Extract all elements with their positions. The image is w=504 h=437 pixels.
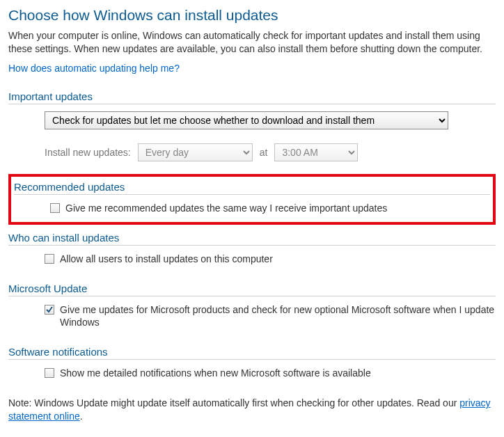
help-link[interactable]: How does automatic updating help me? [8, 63, 180, 74]
footnote-prefix: Note: Windows Update might update itself… [8, 397, 459, 408]
important-updates-select[interactable]: Check for updates but let me choose whet… [45, 111, 448, 129]
msupdate-checkbox[interactable] [45, 305, 54, 315]
allow-all-users-checkbox[interactable] [45, 254, 54, 264]
footnote-suffix: . [80, 411, 83, 422]
recommended-checkbox[interactable] [50, 203, 60, 213]
schedule-label: Install new updates: [45, 147, 131, 158]
footnote: Note: Windows Update might update itself… [8, 397, 496, 423]
schedule-day-select[interactable]: Every day [138, 143, 253, 161]
schedule-time-select[interactable]: 3:00 AM [274, 143, 358, 161]
section-header-who: Who can install updates [8, 232, 496, 246]
section-header-important: Important updates [8, 90, 496, 104]
section-software-notifications: Software notifications Show me detailed … [8, 346, 496, 380]
notifications-checkbox[interactable] [45, 368, 54, 378]
notifications-label: Show me detailed notifications when new … [60, 367, 371, 380]
section-important-updates: Important updates Check for updates but … [8, 90, 496, 161]
section-microsoft-update: Microsoft Update Give me updates for Mic… [8, 283, 496, 330]
recommended-checkbox-label: Give me recommended updates the same way… [65, 202, 387, 215]
section-who-can-install: Who can install updates Allow all users … [8, 232, 496, 266]
allow-all-users-label: Allow all users to install updates on th… [60, 253, 273, 266]
intro-text: When your computer is online, Windows ca… [8, 29, 496, 56]
schedule-at-label: at [260, 147, 268, 158]
section-header-recommended: Recommended updates [14, 181, 490, 195]
schedule-row: Install new updates: Every day at 3:00 A… [8, 143, 496, 161]
page-title: Choose how Windows can install updates [8, 7, 496, 24]
section-header-msupdate: Microsoft Update [8, 283, 496, 296]
highlight-recommended: Recommended updates Give me recommended … [8, 174, 496, 225]
section-header-notifications: Software notifications [8, 346, 496, 360]
msupdate-label: Give me updates for Microsoft products a… [60, 303, 496, 330]
